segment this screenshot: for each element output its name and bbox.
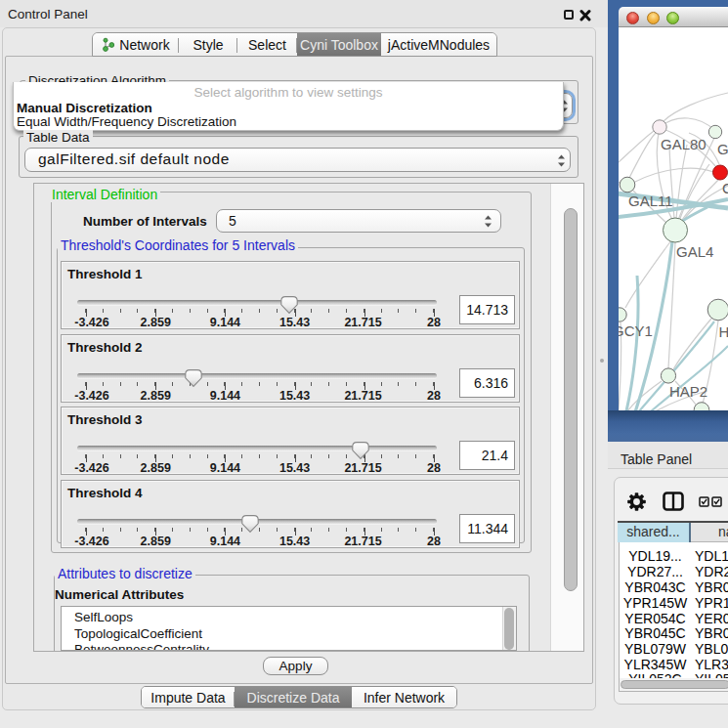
svg-text:GAL80: GAL80 <box>661 136 707 152</box>
svg-text:GA: GA <box>717 141 728 157</box>
svg-text:GAL11: GAL11 <box>628 193 673 209</box>
svg-text:GAL4: GAL4 <box>676 243 713 260</box>
svg-text:HAP2: HAP2 <box>669 383 707 400</box>
svg-text:H: H <box>719 323 728 340</box>
svg-text:C: C <box>722 180 728 196</box>
svg-text:GCY1: GCY1 <box>619 322 653 339</box>
